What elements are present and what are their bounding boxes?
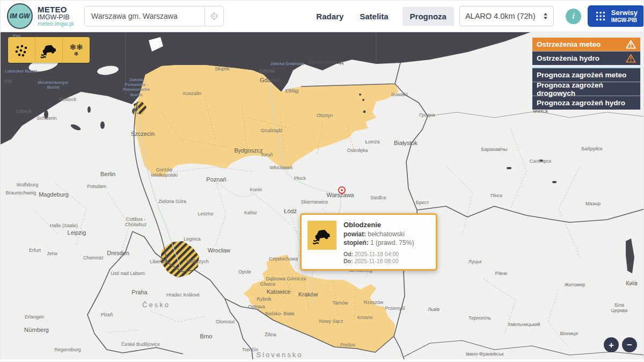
services-label-2: IMGW-PIB bbox=[611, 17, 638, 23]
zoom-out-button[interactable]: − bbox=[622, 337, 637, 352]
info-button[interactable]: i bbox=[566, 9, 581, 24]
model-select[interactable]: ALARO 4.0km (72h) bbox=[459, 6, 554, 26]
select-arrows-icon bbox=[543, 12, 548, 20]
popup-field-powiat: powiat: bełchatowski bbox=[343, 230, 414, 238]
geolocate-icon bbox=[209, 11, 219, 21]
popup-date-from: Od: 2025-11-18 04:00 bbox=[343, 251, 414, 257]
menu-ostrzezenia-meteo[interactable]: Ostrzeżenia meteo bbox=[532, 38, 640, 51]
main-nav: Radary Satelita bbox=[316, 12, 388, 21]
menu-prognoza-zagrozen-hydro[interactable]: Prognoza zagrożeń hydro bbox=[532, 96, 640, 110]
logo-subtitle: IMGW-PIB bbox=[38, 14, 74, 21]
menu-prognoza-zagrozen-drogowych[interactable]: Prognoza zagrożeń drogowych bbox=[532, 82, 640, 96]
nav-radary[interactable]: Radary bbox=[316, 12, 343, 21]
logo-abbr: IM GW bbox=[10, 13, 30, 19]
tab-prognoza[interactable]: Prognoza bbox=[402, 7, 454, 26]
popup-field-stopien: stopień: 1 (prawd. 75%) bbox=[343, 239, 414, 247]
logo-url: meteo.imgw.pl bbox=[38, 21, 74, 27]
slippery-road-icon bbox=[308, 221, 336, 250]
location-search bbox=[84, 6, 224, 26]
model-select-value: ALARO 4.0km (72h) bbox=[465, 12, 536, 20]
zoom-in-button[interactable]: + bbox=[604, 337, 619, 352]
services-label-1: Serwisy bbox=[611, 9, 638, 17]
popup-date-to: Do: 2025-11-18 08:00 bbox=[343, 258, 414, 264]
logo-title: METEO bbox=[38, 5, 74, 14]
warnings-menu: Ostrzeżenia meteo Ostrzeżenia hydro Prog… bbox=[532, 37, 641, 110]
warning-popup: Oblodzenie powiat: bełchatowski stopień:… bbox=[300, 213, 437, 271]
map-canvas[interactable]: FynLübecker BuchtMecklenburger BuchtZato… bbox=[1, 32, 644, 359]
slippery-road-icon[interactable] bbox=[35, 37, 62, 63]
map-zoom-controls: + − bbox=[604, 337, 637, 352]
services-button[interactable]: Serwisy IMGW-PIB bbox=[588, 5, 644, 27]
warsaw-location-marker bbox=[338, 186, 346, 194]
warning-type-toolbar: ❄❄❄ bbox=[8, 37, 90, 63]
top-header: IM GW METEO IMGW-PIB meteo.imgw.pl Radar… bbox=[1, 1, 644, 32]
geolocate-button[interactable] bbox=[204, 6, 223, 26]
menu-ostrzezenia-hydro[interactable]: Ostrzeżenia hydro bbox=[532, 51, 640, 65]
freezing-drizzle-icon[interactable] bbox=[8, 37, 35, 63]
grid-icon bbox=[595, 10, 606, 22]
app-window: IM GW METEO IMGW-PIB meteo.imgw.pl Radar… bbox=[0, 0, 644, 362]
snowfall-icon[interactable]: ❄❄❄ bbox=[62, 37, 90, 63]
nav-satelita[interactable]: Satelita bbox=[360, 12, 388, 21]
menu-prognoza-zagrozen-meteo[interactable]: Prognoza zagrożeń meteo bbox=[532, 68, 640, 82]
imgw-logo-icon: IM GW bbox=[7, 3, 33, 29]
popup-title: Oblodzenie bbox=[343, 221, 414, 229]
search-input[interactable] bbox=[85, 12, 204, 20]
imgw-logo[interactable]: IM GW METEO IMGW-PIB meteo.imgw.pl bbox=[1, 3, 77, 29]
warning-triangle-icon bbox=[626, 54, 636, 63]
warning-triangle-icon bbox=[626, 40, 636, 49]
